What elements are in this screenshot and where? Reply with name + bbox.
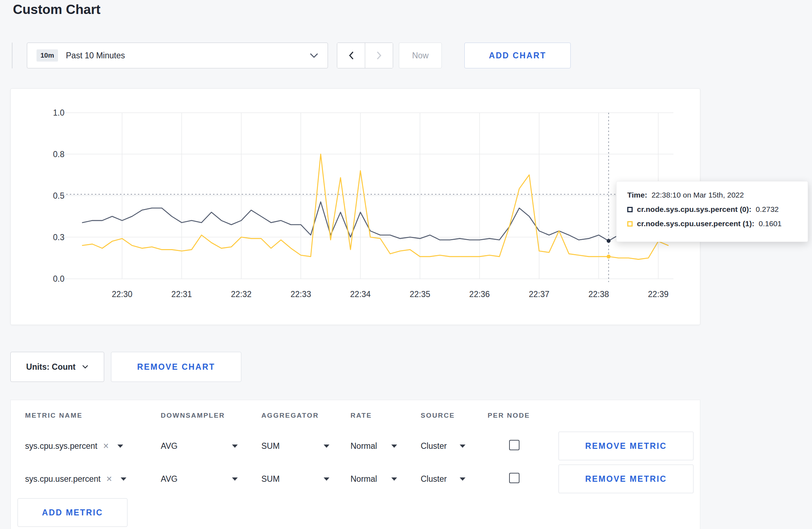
time-range-select[interactable]: 10m Past 10 Minutes (27, 43, 328, 68)
svg-text:0.8: 0.8 (53, 150, 64, 159)
time-range-badge: 10m (37, 49, 58, 62)
page-title: Custom Chart (13, 2, 101, 17)
svg-text:0.5: 0.5 (53, 191, 64, 200)
downsampler-select[interactable]: AVG (161, 474, 238, 484)
header-metric-name: METRIC NAME (25, 412, 161, 419)
svg-text:22:37: 22:37 (529, 290, 550, 299)
chevron-left-icon (348, 51, 354, 60)
now-button[interactable]: Now (399, 43, 442, 68)
time-nav-group (337, 43, 393, 68)
caret-down-icon (324, 477, 329, 481)
downsampler-value: AVG (161, 441, 178, 451)
units-select[interactable]: Units: Count (10, 352, 104, 382)
caret-down-icon (121, 477, 126, 481)
tooltip-time-row: Time: 22:38:10 on Mar 15th, 2022 (627, 191, 797, 199)
chevron-down-icon (82, 365, 88, 369)
table-header-row: METRIC NAME DOWNSAMPLER AGGREGATOR RATE … (11, 400, 700, 429)
header-per-node: PER NODE (488, 412, 559, 419)
source-select[interactable]: Cluster (421, 474, 465, 484)
remove-metric-button[interactable]: REMOVE METRIC (559, 465, 693, 493)
svg-text:22:32: 22:32 (231, 290, 252, 299)
rate-value: Normal (351, 474, 377, 484)
table-row: sys.cpu.sys.percent × AVG SUM Normal (11, 429, 700, 462)
metric-name-value: sys.cpu.sys.percent (25, 441, 97, 451)
add-metric-button[interactable]: ADD METRIC (18, 498, 127, 527)
aggregator-select[interactable]: SUM (261, 474, 329, 484)
metrics-table: METRIC NAME DOWNSAMPLER AGGREGATOR RATE … (10, 400, 700, 529)
aggregator-value: SUM (261, 441, 280, 451)
user-series-swatch-icon (627, 221, 633, 227)
tooltip-sys-row: cr.node.sys.cpu.sys.percent (0): 0.2732 (627, 205, 797, 214)
chart-tooltip: Time: 22:38:10 on Mar 15th, 2022 cr.node… (616, 181, 808, 242)
clear-metric-icon[interactable]: × (103, 441, 109, 451)
tooltip-user-label: cr.node.sys.cpu.user.percent (1): (637, 219, 754, 228)
header-aggregator: AGGREGATOR (261, 412, 351, 419)
tooltip-sys-value: 0.2732 (756, 205, 779, 214)
remove-metric-button[interactable]: REMOVE METRIC (559, 432, 693, 460)
chart-plot[interactable]: 0.00.30.50.81.022:3022:3122:3222:3322:34… (11, 89, 701, 325)
svg-text:22:35: 22:35 (410, 290, 430, 299)
caret-down-icon (460, 445, 465, 448)
downsampler-select[interactable]: AVG (161, 441, 238, 451)
header-source: SOURCE (421, 412, 488, 419)
units-label: Units: Count (26, 362, 76, 372)
sys-series-swatch-icon (627, 207, 633, 212)
table-row: sys.cpu.user.percent × AVG SUM Normal (11, 462, 700, 495)
svg-text:22:34: 22:34 (350, 290, 371, 299)
svg-text:0.0: 0.0 (53, 274, 64, 283)
prev-range-button[interactable] (337, 43, 365, 68)
metric-name-select[interactable]: sys.cpu.sys.percent × (25, 441, 137, 451)
svg-text:22:33: 22:33 (290, 290, 311, 299)
caret-down-icon (324, 445, 329, 448)
aggregator-value: SUM (261, 474, 280, 484)
caret-down-icon (232, 477, 238, 481)
toolbar-divider (12, 43, 13, 68)
header-downsampler: DOWNSAMPLER (161, 412, 261, 419)
tooltip-user-value: 0.1601 (759, 219, 782, 228)
per-node-checkbox[interactable] (509, 473, 519, 483)
svg-text:22:39: 22:39 (648, 290, 669, 299)
tooltip-time-value: 22:38:10 on Mar 15th, 2022 (652, 191, 744, 199)
tooltip-time-label: Time: (627, 191, 647, 199)
remove-chart-button[interactable]: REMOVE CHART (111, 352, 241, 382)
add-chart-button[interactable]: ADD CHART (464, 43, 571, 68)
rate-value: Normal (351, 441, 377, 451)
caret-down-icon (232, 445, 238, 448)
caret-down-icon (391, 445, 397, 448)
metric-name-select[interactable]: sys.cpu.user.percent × (25, 474, 137, 484)
tooltip-sys-label: cr.node.sys.cpu.sys.percent (0): (637, 205, 751, 214)
svg-text:22:38: 22:38 (588, 290, 609, 299)
chevron-right-icon (376, 51, 382, 60)
svg-text:22:30: 22:30 (112, 290, 132, 299)
svg-text:1.0: 1.0 (53, 108, 64, 117)
downsampler-value: AVG (161, 474, 178, 484)
source-value: Cluster (421, 441, 447, 451)
per-node-checkbox[interactable] (509, 440, 519, 450)
svg-text:0.3: 0.3 (53, 233, 64, 242)
metric-name-value: sys.cpu.user.percent (25, 474, 101, 484)
aggregator-select[interactable]: SUM (261, 441, 329, 451)
caret-down-icon (460, 477, 465, 481)
svg-text:22:31: 22:31 (171, 290, 192, 299)
source-value: Cluster (421, 474, 447, 484)
header-rate: RATE (351, 412, 421, 419)
svg-text:22:36: 22:36 (469, 290, 490, 299)
time-range-label: Past 10 Minutes (66, 51, 125, 60)
clear-metric-icon[interactable]: × (106, 474, 112, 484)
rate-select[interactable]: Normal (351, 474, 397, 484)
source-select[interactable]: Cluster (421, 441, 465, 451)
caret-down-icon (117, 445, 123, 448)
tooltip-user-row: cr.node.sys.cpu.user.percent (1): 0.1601 (627, 219, 797, 228)
chevron-down-icon (310, 53, 318, 58)
caret-down-icon (391, 477, 397, 481)
rate-select[interactable]: Normal (351, 441, 397, 451)
next-range-button[interactable] (365, 43, 393, 68)
chart-card: 0.00.30.50.81.022:3022:3122:3222:3322:34… (10, 88, 700, 325)
